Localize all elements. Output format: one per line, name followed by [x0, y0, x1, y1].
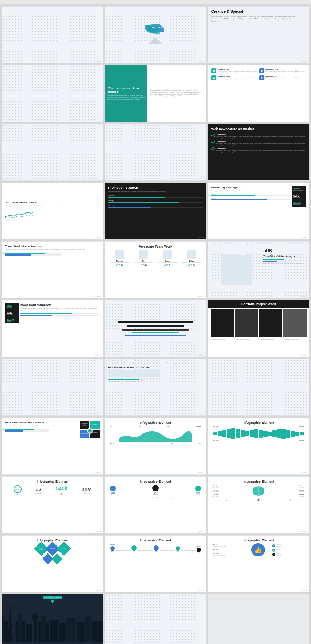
- mkt-bar-1: Research: [211, 194, 291, 196]
- slide-infographic-stats: Infographic Element $3.3m Revenue #7 Awa…: [2, 476, 103, 533]
- desc-card-4: Description 4 Lorem ipsum dolor sit amet…: [259, 68, 306, 74]
- slide-marketing: Marketing Strategy. Lorem ipsum dolor si…: [208, 183, 309, 239]
- svg-rect-19: [26, 624, 32, 642]
- thumbs-labels-right: f Title HereLorem ipsum ▶ Title HereLore…: [272, 544, 304, 556]
- footer-24: template.net: [301, 472, 307, 474]
- svg-rect-13: [2, 616, 4, 642]
- slide-quote: "There are no secrets to success" Lorem …: [105, 65, 206, 122]
- svg-rect-28: [86, 616, 91, 642]
- footer-2: template.net: [198, 61, 204, 62]
- slide-empty-21: template.net: [208, 359, 309, 416]
- mkt-bar-2: Strategy: [211, 198, 291, 200]
- card2-body: Lorem ipsum dolor sit amet, Continues to…: [218, 77, 258, 81]
- footer-21: template.net: [301, 413, 307, 415]
- footer-8: template.net: [198, 178, 204, 180]
- stat-award: #7 Award in the: [36, 487, 42, 494]
- footer-23: template.net: [198, 472, 204, 474]
- promo-bar-3: Marketing: [108, 205, 203, 208]
- stat-540k: 540k Continues 🏠: [56, 486, 67, 495]
- slide-infographic-brain: Infographic Element Title HereLorem ipsu…: [208, 476, 309, 533]
- footer-25: template.net: [95, 531, 101, 532]
- desc-card-2: Description 2 Lorem ipsum dolor sit amet…: [211, 75, 258, 81]
- awesome-team-title: Awesome Team Work: [108, 245, 203, 248]
- footer-28: template.net: [95, 590, 101, 591]
- infographic-brain-title: Infographic Element: [211, 480, 306, 483]
- slide-city-skyline: Haliku Agency, 2024: [2, 594, 103, 644]
- slide-essentials-left: Essentials Portfolio Of Market. Lorem ip…: [2, 418, 103, 475]
- slide-infographic-wave: Infographic Element 10%15%20%Title Here …: [105, 418, 206, 475]
- footer-12: template.net: [301, 237, 307, 238]
- desc-card-5: Description 5 Lorem ipsum dolor sit amet…: [259, 75, 306, 81]
- creative-title: Creative & Special: [211, 9, 306, 14]
- svg-marker-14: [8, 605, 13, 642]
- slide-web-feature: Web new feature on market. 01 Descriptio…: [208, 124, 309, 181]
- team50k-body: Lorem ipsum dolor sit amet, Continues to…: [263, 263, 306, 265]
- thumbs-icon: 👍: [251, 543, 266, 557]
- member-brian: Brian Lorem ipsum dolor sit amet, Contin…: [180, 250, 203, 266]
- quote-right-text: Lorem ipsum dolor sit amet which is not …: [150, 89, 203, 97]
- brain-labels-left: Title HereLorem ipsum Title HereLorem ip…: [212, 485, 219, 497]
- slide-empty-19: template.net: [2, 359, 103, 416]
- portfolio-col-2: 02 Lorem ipsum dolor sit amet: [235, 339, 258, 340]
- member-ziko: Ziko Lorem ipsum dolor sit amet, Continu…: [132, 250, 155, 266]
- slides-grid: [0, 0, 311, 4]
- portfolio-col-1: 01 Lorem ipsum dolor sit amet: [211, 339, 234, 340]
- web-item-3: 03 Description 3 Lorem ipsum dolor sit a…: [211, 147, 306, 153]
- stat-revenue: $3.3m Revenue: [14, 485, 22, 495]
- stat-50k: 50K: [263, 248, 306, 253]
- infographic-tlmap-title: Infographic Element: [108, 480, 203, 483]
- slide-teamwork-50k: 50K Team Work Vision Analyze. Lorem ipsu…: [208, 241, 309, 298]
- slide-promotion: Promotion Strategy. Lorem ipsum dolor si…: [105, 183, 206, 239]
- footer-30: template.net: [301, 590, 307, 591]
- slide-infographic-timeline2: Infographic Element START 2025 2025 2027: [105, 535, 206, 592]
- slide-empty-1: template.net: [2, 6, 103, 63]
- special-body: Lorem ipsum dolor sit amet, Continues to…: [5, 205, 100, 207]
- main-grid: template.net BRUSHES template.net Creati…: [0, 4, 311, 644]
- slide-awesome-team: Awesome Team Work Monica Lorem ipsum dol…: [105, 241, 206, 298]
- svg-rect-26: [67, 618, 76, 642]
- svg-rect-1: [261, 70, 263, 72]
- quote-body: Lorem ipsum dolor sit amet, Continues to…: [107, 95, 145, 100]
- footer-26: template.net: [198, 531, 204, 532]
- infographic-tl2-title: Infographic Element: [108, 538, 203, 542]
- slide-desc-cards: Description 3 Lorem ipsum dolor sit amet…: [208, 65, 309, 122]
- marketing-title: Marketing Strategy.: [211, 186, 291, 189]
- svg-point-3: [261, 77, 263, 79]
- year-now: ● NOW Title Here: [195, 486, 201, 495]
- slide-kent: $560 Lorem Work $330 Lorem Team $1,200 B…: [2, 300, 103, 357]
- promo-title: Promotion Strategy.: [108, 186, 203, 189]
- special-title: Your Special on market.: [5, 201, 100, 204]
- slide-brushes: BRUSHES template.net: [105, 6, 206, 63]
- slide-empty-32: template.net: [105, 594, 206, 644]
- portfolio-title: Portfolio Project Work: [211, 302, 306, 306]
- kent-body: Lorem ipsum dolor sit amet, Continues to…: [20, 308, 100, 312]
- slide-infographic-diamonds: Infographic Element GraphicDesign Market…: [2, 535, 103, 592]
- essentials-r-footer: Lorem ipsum dolor sit amet, Continues to…: [108, 381, 203, 383]
- svg-rect-15: [10, 605, 11, 608]
- footer-7: template.net: [95, 178, 101, 180]
- price-330: $330 Lorem ipsum: [292, 193, 306, 200]
- footer-9: template.net: [301, 178, 307, 180]
- team50k-title: Team Work Vision Analyze.: [263, 254, 306, 258]
- tl-finish: Finish: [197, 545, 201, 553]
- footer-27: template.net: [301, 531, 307, 532]
- footer-6: template.net: [301, 119, 307, 121]
- svg-rect-24: [50, 620, 58, 642]
- marketing-body: Lorem ipsum dolor sit amet, Continues to…: [211, 190, 291, 192]
- mini-line-chart: [5, 209, 34, 219]
- thumbs-labels-left: Title HereLorem ipsum dolor sit amet Tit…: [213, 544, 245, 556]
- tl-2028: 2028: [176, 545, 180, 553]
- web-item-1: 01 Description 1 Lorem ipsum dolor sit a…: [211, 134, 306, 139]
- tl-start: START 2025: [110, 544, 115, 553]
- price-560: $560 Lorem ipsum Team: [292, 186, 306, 193]
- footer-14: template.net: [198, 296, 204, 297]
- kent-title: Meet Kent Samrock.: [20, 303, 100, 307]
- svg-point-0: [213, 70, 215, 72]
- essentials-r-title: Essentials Portfolio Of Market.: [108, 366, 203, 369]
- portfolio-col-4: 04 Lorem ipsum dolor sit amet: [283, 339, 307, 340]
- footer-4: template.net: [95, 119, 101, 121]
- svg-rect-20: [34, 618, 37, 642]
- svg-rect-18: [18, 615, 23, 642]
- footer-20: template.net: [198, 413, 204, 415]
- infographic-sound-title: Infographic Element: [211, 421, 306, 425]
